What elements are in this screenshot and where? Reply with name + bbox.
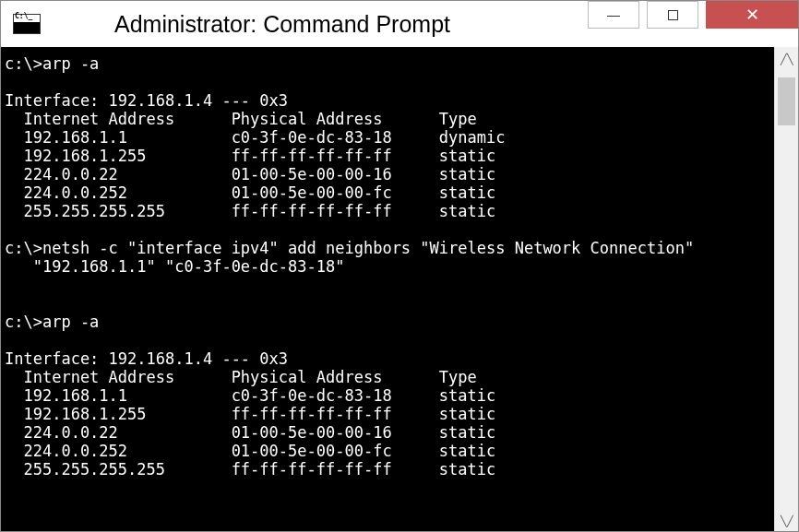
scroll-down-icon[interactable]: ╲╱: [775, 509, 798, 532]
minimize-icon: —: [607, 7, 620, 22]
maximize-button[interactable]: [647, 1, 698, 29]
scrollbar-thumb[interactable]: [778, 77, 795, 125]
window-title: Administrator: Command Prompt: [41, 11, 588, 38]
vertical-scrollbar[interactable]: ╱╲ ╲╱: [774, 47, 798, 532]
window-controls: — ✕: [588, 1, 798, 32]
minimize-button[interactable]: —: [588, 1, 639, 29]
window-titlebar[interactable]: Administrator: Command Prompt — ✕: [1, 1, 798, 47]
command-prompt-icon: [13, 14, 41, 34]
close-button[interactable]: ✕: [706, 1, 798, 29]
close-icon: ✕: [745, 5, 759, 25]
scroll-up-icon[interactable]: ╱╲: [775, 47, 798, 71]
terminal-output[interactable]: c:\>arp -a Interface: 192.168.1.4 --- 0x…: [1, 47, 774, 532]
maximize-icon: [668, 10, 678, 20]
